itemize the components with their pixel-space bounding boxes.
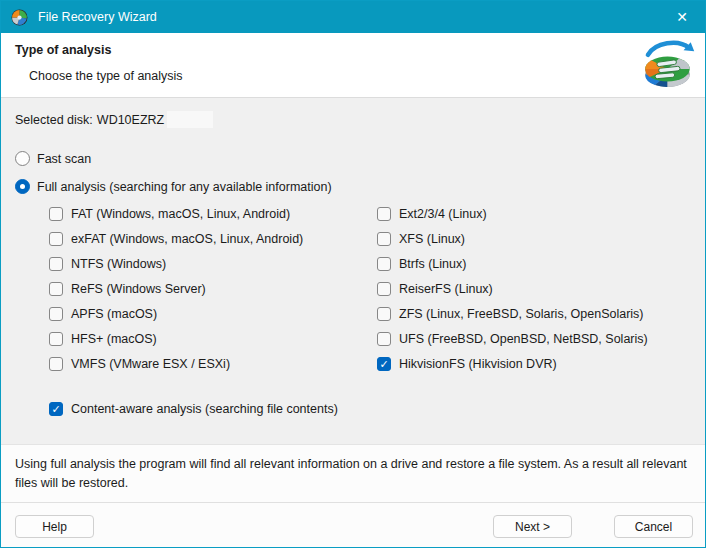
app-logo (639, 37, 696, 94)
selected-disk-label: Selected disk: (15, 113, 93, 127)
filesystem-option[interactable]: ✓ HFS+ (macOS) (49, 332, 303, 346)
checkbox-label: HFS+ (macOS) (63, 332, 157, 346)
checkbox[interactable]: ✓ (377, 257, 391, 271)
filesystem-column-right: ✓ Ext2/3/4 (Linux) ✓ XFS (Linux) ✓ Btrfs… (377, 207, 648, 371)
scan-type-radio-group: Fast scan Full analysis (searching for a… (15, 151, 332, 194)
checkbox-label: Btrfs (Linux) (391, 257, 466, 271)
filesystem-option[interactable]: ✓ exFAT (Windows, macOS, Linux, Android) (49, 232, 303, 246)
filesystem-option[interactable]: ✓ Btrfs (Linux) (377, 257, 648, 271)
radio-button[interactable] (15, 179, 30, 194)
checkbox-label: NTFS (Windows) (63, 257, 166, 271)
disk-name-highlight (167, 111, 213, 128)
filesystem-option[interactable]: ✓ ReFS (Windows Server) (49, 282, 303, 296)
scan-type-option[interactable]: Fast scan (15, 151, 332, 166)
filesystem-option[interactable]: ✓ ZFS (Linux, FreeBSD, Solaris, OpenSola… (377, 307, 648, 321)
description-panel: Using full analysis the program will fin… (1, 444, 705, 502)
filesystem-option[interactable]: ✓ HikvisionFS (Hikvision DVR) (377, 357, 648, 371)
checkbox-label: HikvisionFS (Hikvision DVR) (391, 357, 557, 371)
filesystem-column-left: ✓ FAT (Windows, macOS, Linux, Android) ✓… (49, 207, 303, 371)
selected-disk-row: Selected disk: WD10EZRZ (15, 111, 213, 128)
close-button[interactable]: ✕ (659, 1, 705, 33)
checkbox-label: Ext2/3/4 (Linux) (391, 207, 487, 221)
page-title: Type of analysis (15, 43, 111, 57)
content-aware-option[interactable]: ✓ Content-aware analysis (searching file… (49, 402, 338, 416)
checkbox-label: XFS (Linux) (391, 232, 465, 246)
checkbox[interactable]: ✓ (49, 282, 63, 296)
check-icon: ✓ (379, 358, 388, 369)
checkbox[interactable]: ✓ (49, 207, 63, 221)
checkbox[interactable]: ✓ (49, 232, 63, 246)
scan-type-option[interactable]: Full analysis (searching for any availab… (15, 179, 332, 194)
checkbox-label: VMFS (VMware ESX / ESXi) (63, 357, 230, 371)
cancel-button[interactable]: Cancel (614, 515, 693, 538)
checkbox-label: Content-aware analysis (searching file c… (63, 402, 338, 416)
checkbox[interactable]: ✓ (49, 332, 63, 346)
checkbox-label: FAT (Windows, macOS, Linux, Android) (63, 207, 290, 221)
checkbox-label: ReFS (Windows Server) (63, 282, 206, 296)
checkbox[interactable]: ✓ (377, 357, 391, 371)
selected-disk-value: WD10EZRZ (97, 113, 164, 127)
filesystem-option[interactable]: ✓ Ext2/3/4 (Linux) (377, 207, 648, 221)
window-title: File Recovery Wizard (38, 10, 157, 24)
wizard-header: Type of analysis Choose the type of anal… (1, 33, 705, 98)
help-button[interactable]: Help (15, 515, 94, 538)
checkbox[interactable]: ✓ (377, 232, 391, 246)
checkbox[interactable]: ✓ (377, 207, 391, 221)
page-subtitle: Choose the type of analysis (29, 69, 183, 83)
filesystem-option[interactable]: ✓ XFS (Linux) (377, 232, 648, 246)
filesystem-option[interactable]: ✓ APFS (macOS) (49, 307, 303, 321)
file-recovery-wizard-window: File Recovery Wizard ✕ Type of analysis … (0, 0, 706, 548)
checkbox-label: ZFS (Linux, FreeBSD, Solaris, OpenSolari… (391, 307, 644, 321)
footer-bar: Help Next > Cancel (1, 502, 705, 547)
checkbox[interactable]: ✓ (49, 402, 63, 416)
checkbox-label: APFS (macOS) (63, 307, 157, 321)
filesystem-option[interactable]: ✓ ReiserFS (Linux) (377, 282, 648, 296)
filesystem-option[interactable]: ✓ UFS (FreeBSD, OpenBSD, NetBSD, Solaris… (377, 332, 648, 346)
filesystem-option[interactable]: ✓ FAT (Windows, macOS, Linux, Android) (49, 207, 303, 221)
checkbox[interactable]: ✓ (49, 257, 63, 271)
close-icon: ✕ (676, 9, 688, 25)
checkbox[interactable]: ✓ (49, 357, 63, 371)
checkbox-label: UFS (FreeBSD, OpenBSD, NetBSD, Solaris) (391, 332, 648, 346)
radio-label: Fast scan (30, 152, 91, 166)
next-button[interactable]: Next > (493, 515, 572, 538)
checkbox-label: ReiserFS (Linux) (391, 282, 493, 296)
filesystem-option[interactable]: ✓ NTFS (Windows) (49, 257, 303, 271)
checkbox[interactable]: ✓ (49, 307, 63, 321)
check-icon: ✓ (51, 403, 60, 414)
checkbox[interactable]: ✓ (377, 282, 391, 296)
content-aware-row: ✓ Content-aware analysis (searching file… (49, 402, 338, 416)
checkbox[interactable]: ✓ (377, 307, 391, 321)
filesystem-option[interactable]: ✓ VMFS (VMware ESX / ESXi) (49, 357, 303, 371)
checkbox-label: exFAT (Windows, macOS, Linux, Android) (63, 232, 303, 246)
checkbox[interactable]: ✓ (377, 332, 391, 346)
app-icon (11, 9, 28, 26)
radio-label: Full analysis (searching for any availab… (30, 180, 332, 194)
description-text: Using full analysis the program will fin… (15, 457, 687, 490)
title-bar: File Recovery Wizard ✕ (1, 1, 705, 33)
radio-button[interactable] (15, 151, 30, 166)
